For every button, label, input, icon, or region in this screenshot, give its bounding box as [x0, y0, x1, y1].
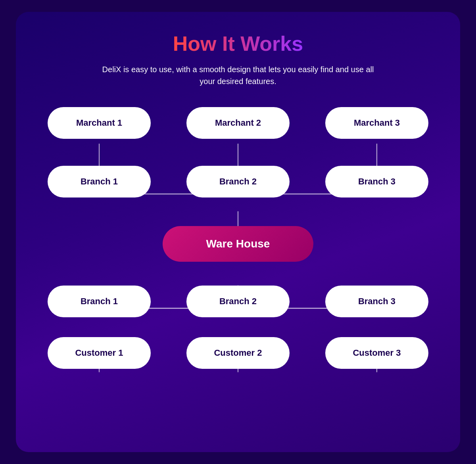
page-title: How It Works	[173, 32, 303, 56]
merchant-3: Marchant 3	[325, 107, 428, 139]
lower-branch-2: Branch 2	[186, 286, 290, 317]
main-card: How It Works DeliX is easy to use, with …	[16, 12, 460, 452]
page-subtitle: DeliX is easy to use, with a smooth desi…	[99, 63, 377, 87]
customer-1: Customer 1	[48, 337, 151, 369]
upper-branch-2: Branch 2	[186, 166, 290, 197]
lower-branch-3: Branch 3	[325, 286, 428, 317]
lower-branch-1: Branch 1	[48, 286, 151, 317]
merchant-2: Marchant 2	[186, 107, 290, 139]
customer-3: Customer 3	[325, 337, 428, 369]
customer-2: Customer 2	[186, 337, 290, 369]
connector-lines	[32, 107, 444, 436]
warehouse-node: Ware House	[163, 226, 313, 262]
upper-branch-1: Branch 1	[48, 166, 151, 197]
diagram-container: Marchant 1 Marchant 2 Marchant 3 Branch …	[32, 107, 444, 436]
upper-branch-3: Branch 3	[325, 166, 428, 197]
merchant-1: Marchant 1	[48, 107, 151, 139]
